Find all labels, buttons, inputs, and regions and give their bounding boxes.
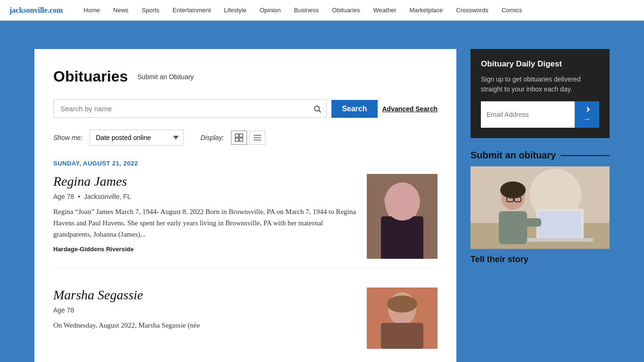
svg-point-13 (389, 223, 415, 242)
svg-rect-17 (381, 323, 423, 349)
submit-section-title: Submit an obituary (471, 150, 610, 161)
nav-opinion[interactable]: Opinion (253, 0, 288, 21)
obit-entry-regina: Regina James Age 78 • Jacksonville, FL R… (53, 174, 438, 269)
search-icon-button[interactable] (313, 105, 322, 113)
page-title: Obituaries (53, 68, 128, 85)
nav-home[interactable]: Home (77, 0, 107, 21)
email-submit-button[interactable]: → (575, 101, 599, 128)
obit-age-marsha: Age 78 (53, 306, 74, 314)
navbar: jacksonville.com Home News Sports Entert… (0, 0, 644, 21)
nav-comics[interactable]: Comics (495, 0, 528, 21)
svg-point-26 (500, 181, 526, 198)
obit-info-marsha: Marsha Segassie Age 78 On Wednesday, Aug… (53, 288, 357, 349)
display-label: Display: (200, 134, 224, 141)
svg-point-16 (387, 296, 417, 313)
submit-image-illustration (471, 166, 610, 249)
nav-sports[interactable]: Sports (135, 0, 166, 21)
digest-title: Obituary Daily Digest (481, 59, 599, 69)
obit-location-regina: Jacksonville, FL (84, 193, 131, 200)
svg-line-1 (319, 110, 321, 112)
svg-rect-9 (367, 174, 438, 259)
email-input[interactable] (481, 101, 575, 128)
grid-icon (234, 133, 244, 142)
search-button[interactable]: Search (331, 100, 377, 118)
nav-business[interactable]: Business (288, 0, 326, 21)
submit-image[interactable] (471, 166, 610, 249)
advanced-search-link[interactable]: Advanced Search (382, 105, 438, 113)
nav-lifestyle[interactable]: Lifestyle (217, 0, 253, 21)
nav-marketplace[interactable]: Marketplace (403, 0, 449, 21)
svg-point-0 (314, 106, 320, 111)
main-content: Obituaries Submit an Obituary Search Adv… (34, 49, 456, 362)
svg-point-10 (386, 186, 419, 223)
list-icon (253, 133, 262, 142)
svg-rect-4 (235, 138, 239, 141)
nav-obituaries[interactable]: Obituaries (325, 0, 366, 21)
obit-excerpt-marsha: On Wednesday, August 2022, Marsha Segass… (53, 320, 357, 331)
obit-photo-regina[interactable] (367, 174, 438, 259)
obit-entry-marsha: Marsha Segassie Age 78 On Wednesday, Aug… (53, 288, 438, 358)
obit-meta-marsha: Age 78 (53, 306, 357, 314)
arrow-right-icon (583, 106, 591, 113)
svg-rect-5 (239, 138, 243, 141)
obit-info: Regina James Age 78 • Jacksonville, FL R… (53, 174, 357, 259)
search-input[interactable] (54, 100, 326, 117)
svg-rect-2 (235, 134, 239, 137)
nav-news[interactable]: News (107, 0, 135, 21)
person-silhouette-regina (367, 174, 438, 259)
submit-section: Submit an obituary (471, 150, 610, 264)
page-background: Obituaries Submit an Obituary Search Adv… (0, 21, 644, 362)
obit-photo-marsha[interactable] (367, 288, 438, 349)
obit-name-regina[interactable]: Regina James (53, 174, 357, 189)
svg-rect-23 (539, 211, 581, 237)
show-me-label: Show me: (53, 134, 83, 141)
svg-rect-12 (381, 221, 423, 259)
digest-box: Obituary Daily Digest Sign up to get obi… (471, 49, 610, 138)
page-header: Obituaries Submit an Obituary (53, 68, 438, 85)
date-section: SUNDAY, AUGUST 21, 2022 (53, 160, 438, 167)
filter-row: Show me: Date posted online By name By d… (53, 130, 438, 146)
tell-story-label: Tell their story (471, 255, 610, 264)
svg-rect-3 (239, 134, 243, 137)
obit-bullet: • (78, 193, 80, 200)
svg-rect-24 (527, 238, 593, 242)
site-logo[interactable]: jacksonville.com (9, 6, 63, 15)
obit-age-regina: Age 78 (53, 193, 74, 200)
obit-excerpt-regina: Regina “Joan” James March 7, 1944- Augus… (53, 206, 357, 240)
display-grid-button[interactable] (231, 131, 247, 145)
display-list-button[interactable] (249, 131, 265, 145)
search-icon (313, 105, 322, 113)
display-toggle (231, 131, 265, 145)
sort-dropdown[interactable]: Date posted online By name By date of pa… (90, 130, 184, 146)
nav-entertainment[interactable]: Entertainment (166, 0, 217, 21)
nav-links: Home News Sports Entertainment Lifestyle… (77, 0, 528, 21)
svg-point-11 (384, 188, 420, 212)
page-wrapper: Obituaries Submit an Obituary Search Adv… (25, 35, 619, 362)
digest-description: Sign up to get obituaries delivered stra… (481, 74, 599, 94)
person-silhouette-marsha (367, 288, 438, 349)
obit-name-marsha[interactable]: Marsha Segassie (53, 288, 357, 303)
nav-weather[interactable]: Weather (367, 0, 403, 21)
submit-obituary-link[interactable]: Submit an Obituary (137, 73, 194, 81)
obit-funeral-regina: Hardage-Giddens Riverside (53, 246, 357, 253)
nav-crosswords[interactable]: Crosswords (449, 0, 495, 21)
search-row: Search Advanced Search (53, 99, 438, 118)
search-input-wrapper (53, 99, 327, 118)
obit-meta-regina: Age 78 • Jacksonville, FL (53, 193, 357, 200)
sidebar: Obituary Daily Digest Sign up to get obi… (471, 49, 610, 362)
svg-rect-31 (518, 218, 541, 227)
svg-rect-30 (499, 211, 527, 244)
email-signup-row: → (481, 101, 599, 128)
